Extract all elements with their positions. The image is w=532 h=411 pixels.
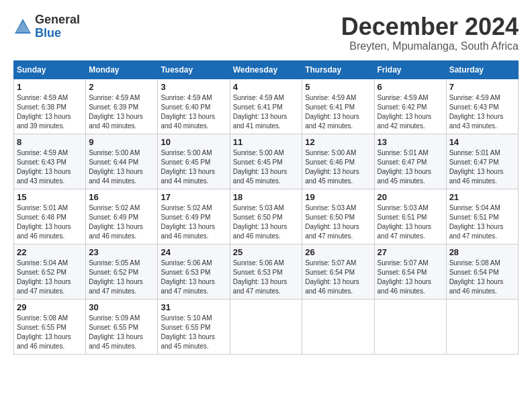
- day-info: Sunrise: 4:59 AMSunset: 6:41 PMDaylight:…: [305, 93, 371, 131]
- day-info: Sunrise: 5:00 AMSunset: 6:44 PMDaylight:…: [89, 148, 154, 186]
- day-info: Sunrise: 5:00 AMSunset: 6:46 PMDaylight:…: [305, 148, 371, 186]
- day-number: 21: [449, 192, 515, 202]
- day-info: Sunrise: 5:02 AMSunset: 6:49 PMDaylight:…: [161, 203, 226, 241]
- day-number: 5: [305, 82, 371, 92]
- calendar-cell: 15Sunrise: 5:01 AMSunset: 6:48 PMDayligh…: [14, 189, 86, 244]
- day-number: 2: [89, 82, 154, 92]
- day-number: 23: [89, 247, 154, 257]
- day-number: 10: [161, 137, 226, 147]
- day-number: 8: [17, 137, 83, 147]
- calendar-cell: 26Sunrise: 5:07 AMSunset: 6:54 PMDayligh…: [302, 244, 374, 299]
- calendar-cell: 1Sunrise: 4:59 AMSunset: 6:38 PMDaylight…: [14, 79, 86, 134]
- calendar-cell: 29Sunrise: 5:08 AMSunset: 6:55 PMDayligh…: [14, 299, 86, 354]
- calendar-cell: 19Sunrise: 5:03 AMSunset: 6:50 PMDayligh…: [302, 189, 374, 244]
- day-info: Sunrise: 5:04 AMSunset: 6:51 PMDaylight:…: [449, 203, 515, 241]
- calendar-cell: 14Sunrise: 5:01 AMSunset: 6:47 PMDayligh…: [446, 134, 518, 189]
- calendar-cell: 21Sunrise: 5:04 AMSunset: 6:51 PMDayligh…: [446, 189, 518, 244]
- calendar-cell: 9Sunrise: 5:00 AMSunset: 6:44 PMDaylight…: [86, 134, 158, 189]
- calendar-cell: 22Sunrise: 5:04 AMSunset: 6:52 PMDayligh…: [14, 244, 86, 299]
- calendar-cell: 16Sunrise: 5:02 AMSunset: 6:49 PMDayligh…: [86, 189, 158, 244]
- day-info: Sunrise: 5:06 AMSunset: 6:53 PMDaylight:…: [161, 259, 226, 296]
- day-info: Sunrise: 5:01 AMSunset: 6:47 PMDaylight:…: [449, 148, 515, 186]
- week-row-5: 29Sunrise: 5:08 AMSunset: 6:55 PMDayligh…: [14, 299, 519, 354]
- calendar-cell: 11Sunrise: 5:00 AMSunset: 6:45 PMDayligh…: [230, 134, 302, 189]
- day-number: 25: [233, 247, 300, 257]
- week-row-3: 15Sunrise: 5:01 AMSunset: 6:48 PMDayligh…: [14, 189, 519, 244]
- day-number: 13: [378, 137, 443, 147]
- day-info: Sunrise: 5:00 AMSunset: 6:45 PMDaylight:…: [161, 148, 226, 186]
- day-info: Sunrise: 4:59 AMSunset: 6:43 PMDaylight:…: [17, 148, 83, 186]
- calendar-cell: 10Sunrise: 5:00 AMSunset: 6:45 PMDayligh…: [158, 134, 230, 189]
- day-number: 11: [233, 137, 300, 147]
- calendar-body: 1Sunrise: 4:59 AMSunset: 6:38 PMDaylight…: [14, 79, 519, 354]
- day-info: Sunrise: 4:59 AMSunset: 6:41 PMDaylight:…: [233, 93, 300, 131]
- col-monday: Monday: [86, 60, 158, 79]
- day-info: Sunrise: 5:10 AMSunset: 6:55 PMDaylight:…: [161, 314, 226, 351]
- calendar-cell: 31Sunrise: 5:10 AMSunset: 6:55 PMDayligh…: [158, 299, 230, 354]
- day-number: 14: [449, 137, 515, 147]
- main-title: December 2024: [341, 13, 519, 40]
- day-info: Sunrise: 5:08 AMSunset: 6:54 PMDaylight:…: [449, 259, 515, 296]
- day-info: Sunrise: 5:05 AMSunset: 6:52 PMDaylight:…: [89, 259, 154, 296]
- day-number: 6: [378, 82, 443, 92]
- page: General Blue December 2024 Breyten, Mpum…: [0, 0, 532, 361]
- day-info: Sunrise: 5:09 AMSunset: 6:55 PMDaylight:…: [89, 314, 154, 351]
- calendar-cell: 6Sunrise: 4:59 AMSunset: 6:42 PMDaylight…: [374, 79, 446, 134]
- col-friday: Friday: [374, 60, 446, 79]
- day-number: 26: [305, 247, 371, 257]
- logo: General Blue: [13, 13, 80, 40]
- day-info: Sunrise: 4:59 AMSunset: 6:38 PMDaylight:…: [17, 93, 83, 131]
- day-info: Sunrise: 4:59 AMSunset: 6:39 PMDaylight:…: [89, 93, 154, 131]
- day-number: 3: [161, 82, 226, 92]
- calendar-cell: [230, 299, 302, 354]
- day-number: 16: [89, 192, 154, 202]
- day-info: Sunrise: 5:01 AMSunset: 6:48 PMDaylight:…: [17, 203, 83, 241]
- day-info: Sunrise: 5:01 AMSunset: 6:47 PMDaylight:…: [378, 148, 443, 186]
- calendar-cell: 25Sunrise: 5:06 AMSunset: 6:53 PMDayligh…: [230, 244, 302, 299]
- calendar-cell: 27Sunrise: 5:07 AMSunset: 6:54 PMDayligh…: [374, 244, 446, 299]
- calendar-cell: 18Sunrise: 5:03 AMSunset: 6:50 PMDayligh…: [230, 189, 302, 244]
- calendar-table: Sunday Monday Tuesday Wednesday Thursday…: [13, 60, 519, 355]
- calendar-cell: 23Sunrise: 5:05 AMSunset: 6:52 PMDayligh…: [86, 244, 158, 299]
- day-number: 20: [378, 192, 443, 202]
- day-info: Sunrise: 5:08 AMSunset: 6:55 PMDaylight:…: [17, 314, 83, 351]
- day-info: Sunrise: 5:03 AMSunset: 6:50 PMDaylight:…: [233, 203, 300, 241]
- day-info: Sunrise: 5:03 AMSunset: 6:50 PMDaylight:…: [305, 203, 371, 241]
- day-number: 22: [17, 247, 83, 257]
- header: General Blue December 2024 Breyten, Mpum…: [13, 13, 519, 52]
- day-info: Sunrise: 5:07 AMSunset: 6:54 PMDaylight:…: [305, 259, 371, 296]
- day-number: 4: [233, 82, 300, 92]
- day-number: 24: [161, 247, 226, 257]
- day-number: 28: [449, 247, 515, 257]
- calendar-cell: 24Sunrise: 5:06 AMSunset: 6:53 PMDayligh…: [158, 244, 230, 299]
- svg-marker-1: [16, 21, 30, 32]
- logo-text: General Blue: [35, 13, 80, 40]
- day-number: 9: [89, 137, 154, 147]
- logo-icon: [13, 17, 32, 36]
- calendar-cell: 20Sunrise: 5:03 AMSunset: 6:51 PMDayligh…: [374, 189, 446, 244]
- calendar-cell: 5Sunrise: 4:59 AMSunset: 6:41 PMDaylight…: [302, 79, 374, 134]
- calendar-cell: 3Sunrise: 4:59 AMSunset: 6:40 PMDaylight…: [158, 79, 230, 134]
- calendar-cell: 17Sunrise: 5:02 AMSunset: 6:49 PMDayligh…: [158, 189, 230, 244]
- day-number: 18: [233, 192, 300, 202]
- col-wednesday: Wednesday: [230, 60, 302, 79]
- day-number: 27: [378, 247, 443, 257]
- day-info: Sunrise: 4:59 AMSunset: 6:40 PMDaylight:…: [161, 93, 226, 131]
- calendar-header: Sunday Monday Tuesday Wednesday Thursday…: [14, 60, 519, 79]
- day-number: 31: [161, 302, 226, 312]
- day-number: 15: [17, 192, 83, 202]
- day-number: 29: [17, 302, 83, 312]
- col-thursday: Thursday: [302, 60, 374, 79]
- week-row-2: 8Sunrise: 4:59 AMSunset: 6:43 PMDaylight…: [14, 134, 519, 189]
- logo-blue: Blue: [35, 27, 80, 40]
- calendar-cell: 12Sunrise: 5:00 AMSunset: 6:46 PMDayligh…: [302, 134, 374, 189]
- day-number: 19: [305, 192, 371, 202]
- calendar-cell: [446, 299, 518, 354]
- calendar-cell: [374, 299, 446, 354]
- calendar-cell: 4Sunrise: 4:59 AMSunset: 6:41 PMDaylight…: [230, 79, 302, 134]
- col-sunday: Sunday: [14, 60, 86, 79]
- calendar-cell: 7Sunrise: 4:59 AMSunset: 6:43 PMDaylight…: [446, 79, 518, 134]
- week-row-1: 1Sunrise: 4:59 AMSunset: 6:38 PMDaylight…: [14, 79, 519, 134]
- day-number: 12: [305, 137, 371, 147]
- day-info: Sunrise: 5:07 AMSunset: 6:54 PMDaylight:…: [378, 259, 443, 296]
